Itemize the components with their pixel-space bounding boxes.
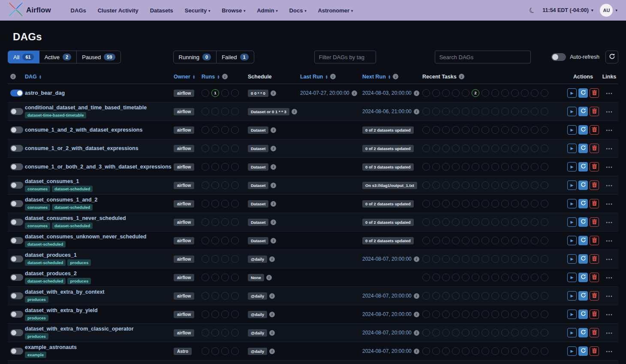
next-run-info-icon[interactable]: i: [414, 312, 419, 317]
status-circle[interactable]: [452, 89, 460, 97]
status-circle[interactable]: [501, 237, 509, 244]
status-circle[interactable]: [442, 181, 450, 189]
schedule-info-icon[interactable]: i: [269, 256, 275, 262]
filter-active-button[interactable]: Active 2: [39, 51, 77, 63]
trigger-dag-button[interactable]: ▶: [567, 217, 577, 227]
status-circle[interactable]: [491, 108, 499, 115]
status-circle[interactable]: [482, 200, 489, 208]
status-circle[interactable]: [422, 255, 430, 263]
status-circle[interactable]: [511, 274, 519, 281]
next-run-info-icon[interactable]: i: [393, 74, 398, 79]
trigger-dag-button[interactable]: ▶: [567, 254, 577, 264]
status-circle[interactable]: [432, 274, 440, 281]
delete-dag-button[interactable]: [590, 88, 599, 98]
next-run-dataset-badge[interactable]: 0 of 2 datasets updated: [362, 237, 414, 244]
schedule-info-icon[interactable]: i: [271, 201, 276, 207]
dag-tag[interactable]: dataset-scheduled: [52, 186, 93, 192]
dag-pause-toggle[interactable]: [10, 237, 23, 244]
status-circle[interactable]: [472, 255, 479, 263]
status-circle[interactable]: [202, 108, 209, 115]
status-circle[interactable]: [462, 274, 470, 281]
status-circle[interactable]: [472, 347, 479, 355]
dag-links-menu[interactable]: ⋯: [606, 126, 613, 134]
dag-tag[interactable]: dataset-scheduled: [25, 278, 66, 284]
status-circle[interactable]: [472, 163, 479, 171]
schedule-badge[interactable]: Dataset: [248, 163, 268, 171]
status-circle[interactable]: [541, 108, 548, 115]
dag-links-menu[interactable]: ⋯: [606, 255, 613, 263]
status-circle[interactable]: [231, 108, 239, 115]
status-circle[interactable]: [452, 329, 460, 337]
reparse-dag-button[interactable]: [578, 180, 588, 190]
status-circle[interactable]: [531, 89, 539, 97]
status-circle[interactable]: [231, 218, 239, 226]
status-circle[interactable]: [432, 200, 440, 208]
status-circle[interactable]: [432, 329, 440, 337]
status-circle[interactable]: [432, 163, 440, 171]
filter-failed-button[interactable]: Failed 1: [217, 51, 254, 63]
delete-dag-button[interactable]: [590, 254, 599, 264]
status-circle[interactable]: [541, 200, 548, 208]
status-circle[interactable]: [541, 144, 548, 152]
status-circle[interactable]: [432, 144, 440, 152]
trigger-dag-button[interactable]: ▶: [567, 328, 577, 337]
status-circle[interactable]: [482, 108, 489, 115]
next-run-date[interactable]: 2024-08-07, 20:00:00: [362, 330, 412, 336]
delete-dag-button[interactable]: [590, 180, 599, 190]
dag-links-menu[interactable]: ⋯: [606, 329, 613, 337]
status-circle[interactable]: [491, 310, 499, 318]
status-circle[interactable]: [541, 292, 548, 300]
column-header-runs[interactable]: Runs ▲▼ i: [202, 74, 248, 80]
status-circle[interactable]: [501, 181, 509, 189]
status-circle[interactable]: [452, 218, 460, 226]
reparse-dag-button[interactable]: [578, 162, 588, 171]
reparse-dag-button[interactable]: [578, 291, 588, 301]
reparse-dag-button[interactable]: [578, 236, 588, 245]
status-circle[interactable]: [531, 255, 539, 263]
dag-links-menu[interactable]: ⋯: [606, 108, 613, 116]
status-circle[interactable]: [531, 218, 539, 226]
status-circle[interactable]: [531, 310, 539, 318]
dag-links-menu[interactable]: ⋯: [606, 218, 613, 226]
status-circle[interactable]: [501, 347, 509, 355]
status-circle[interactable]: [211, 310, 219, 318]
dag-pause-toggle[interactable]: [10, 292, 23, 299]
status-circle[interactable]: [521, 181, 529, 189]
status-circle[interactable]: 1: [211, 89, 219, 97]
status-circle[interactable]: [482, 126, 489, 134]
dag-link[interactable]: consume_1_or_both_2_and_3_with_dataset_e…: [25, 164, 172, 170]
reparse-dag-button[interactable]: [578, 144, 588, 153]
status-circle[interactable]: [462, 144, 470, 152]
next-run-dataset-badge[interactable]: On s3://dag1/output_1.txt: [362, 182, 417, 189]
last-run-date[interactable]: 2024-07-27, 20:00:00: [300, 90, 349, 96]
status-circle[interactable]: [501, 218, 509, 226]
status-circle[interactable]: [452, 163, 460, 171]
status-circle[interactable]: [491, 126, 499, 134]
status-circle[interactable]: [202, 218, 209, 226]
dag-tag[interactable]: dataset-scheduled: [52, 204, 93, 211]
status-circle[interactable]: [231, 310, 239, 318]
status-circle[interactable]: [541, 274, 548, 281]
status-circle[interactable]: [211, 126, 219, 134]
status-circle[interactable]: [211, 218, 219, 226]
status-circle[interactable]: [491, 200, 499, 208]
status-circle[interactable]: [511, 200, 519, 208]
dag-pause-toggle[interactable]: [10, 348, 23, 355]
status-circle[interactable]: [472, 200, 479, 208]
status-circle[interactable]: [432, 310, 440, 318]
next-run-dataset-badge[interactable]: 0 of 2 datasets updated: [362, 200, 414, 208]
status-circle[interactable]: [442, 89, 450, 97]
next-run-info-icon[interactable]: i: [414, 349, 419, 354]
status-circle[interactable]: [452, 181, 460, 189]
next-run-info-icon[interactable]: i: [414, 330, 419, 336]
dag-tag[interactable]: dataset-scheduled: [52, 223, 93, 229]
status-circle[interactable]: [501, 108, 509, 115]
status-circle[interactable]: [452, 200, 460, 208]
status-circle[interactable]: [221, 163, 229, 171]
dark-mode-toggle-icon[interactable]: ☾: [527, 5, 537, 15]
status-circle[interactable]: [511, 181, 519, 189]
status-circle[interactable]: [432, 292, 440, 300]
status-circle[interactable]: [521, 163, 529, 171]
status-circle[interactable]: [521, 292, 529, 300]
nav-item-browse[interactable]: Browse▾: [222, 7, 245, 14]
